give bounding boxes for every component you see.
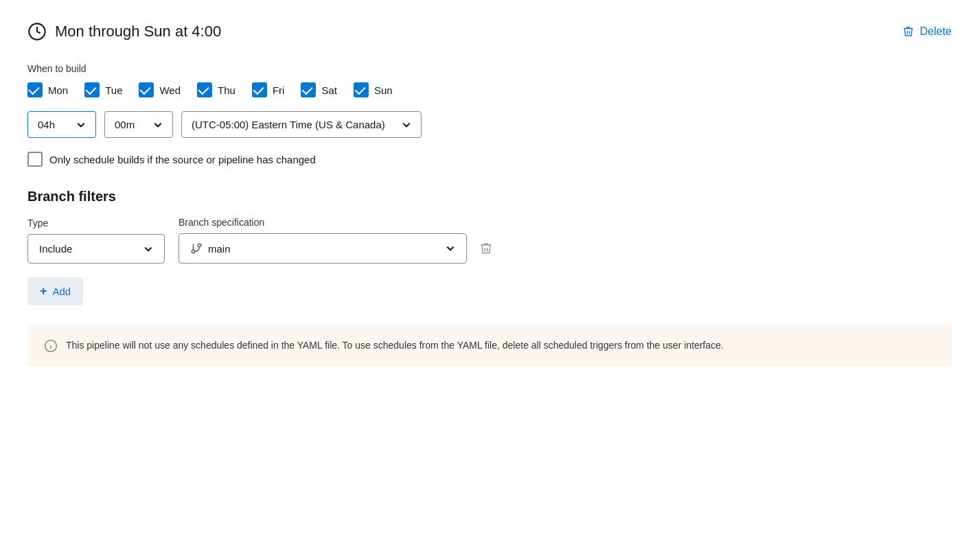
day-fri: Fri (252, 82, 285, 97)
branch-icon (190, 242, 203, 255)
header-row: Mon through Sun at 4:00 Delete (27, 22, 952, 41)
checkbox-wed[interactable] (139, 82, 154, 97)
checkbox-tue[interactable] (84, 82, 100, 97)
label-wed: Wed (159, 84, 181, 96)
branch-spec-label: Branch specification (178, 217, 498, 228)
minute-select[interactable]: 00m (104, 111, 173, 138)
type-chevron-icon (143, 244, 153, 254)
svg-point-3 (192, 250, 195, 253)
timezone-chevron-icon (402, 120, 411, 130)
time-row: 04h 00m (UTC-05:00) Eastern Time (US & C… (27, 111, 952, 138)
minute-chevron-icon (153, 120, 163, 130)
label-fri: Fri (273, 84, 285, 96)
branch-spec-delete-icon (479, 242, 493, 255)
checkbox-sat[interactable] (301, 82, 316, 97)
checkbox-sun[interactable] (354, 82, 369, 97)
branch-spec-value: main (208, 243, 231, 255)
clock-icon (27, 22, 47, 41)
days-row: Mon Tue Wed Thu Fri Sat Sun (27, 82, 952, 97)
hour-value: 04h (38, 119, 55, 130)
branch-spec-inner: main (190, 242, 231, 255)
hour-select[interactable]: 04h (27, 111, 96, 138)
only-if-changed-checkbox[interactable] (27, 152, 43, 167)
title-text: Mon through Sun at 4:00 (55, 23, 221, 40)
branch-spec-chevron-icon (446, 244, 455, 253)
delete-label: Delete (920, 25, 952, 38)
day-sat: Sat (301, 82, 337, 97)
timezone-value: (UTC-05:00) Eastern Time (US & Canada) (192, 119, 385, 130)
checkbox-thu[interactable] (197, 82, 212, 97)
type-value: Include (39, 243, 72, 255)
timezone-select[interactable]: (UTC-05:00) Eastern Time (US & Canada) (181, 111, 422, 138)
label-sun: Sun (374, 84, 393, 96)
branch-filter-row: Type Include Branch specification (27, 217, 952, 264)
checkbox-mon[interactable] (27, 82, 43, 97)
branch-spec-delete-button[interactable] (474, 236, 498, 261)
minute-value: 00m (115, 119, 135, 130)
type-select[interactable]: Include (27, 234, 165, 264)
when-to-build-label: When to build (27, 63, 952, 74)
add-label: Add (53, 285, 71, 297)
label-sat: Sat (321, 84, 337, 96)
label-tue: Tue (105, 84, 122, 96)
day-sun: Sun (354, 82, 393, 97)
day-mon: Mon (27, 82, 68, 97)
add-button[interactable]: + Add (27, 277, 83, 305)
branch-filters-title: Branch filters (27, 189, 952, 205)
type-column: Type Include (27, 218, 165, 264)
only-if-changed-row: Only schedule builds if the source or pi… (27, 152, 952, 167)
label-thu: Thu (218, 84, 235, 96)
add-icon: + (40, 284, 47, 299)
checkbox-fri[interactable] (252, 82, 267, 97)
day-wed: Wed (139, 82, 181, 97)
day-tue: Tue (84, 82, 122, 97)
label-mon: Mon (48, 84, 68, 96)
type-label: Type (27, 218, 165, 229)
info-icon (44, 339, 58, 353)
delete-button[interactable]: Delete (902, 25, 952, 38)
day-thu: Thu (197, 82, 235, 97)
hour-chevron-icon (76, 120, 86, 130)
branch-spec-column: Branch specification main (178, 217, 498, 264)
only-if-changed-label: Only schedule builds if the source or pi… (49, 154, 316, 165)
schedule-title: Mon through Sun at 4:00 (27, 22, 221, 41)
branch-spec-select[interactable]: main (178, 233, 467, 264)
svg-point-2 (198, 244, 201, 247)
delete-icon (902, 25, 914, 38)
info-text: This pipeline will not use any schedules… (66, 338, 724, 353)
info-box: This pipeline will not use any schedules… (27, 325, 952, 366)
